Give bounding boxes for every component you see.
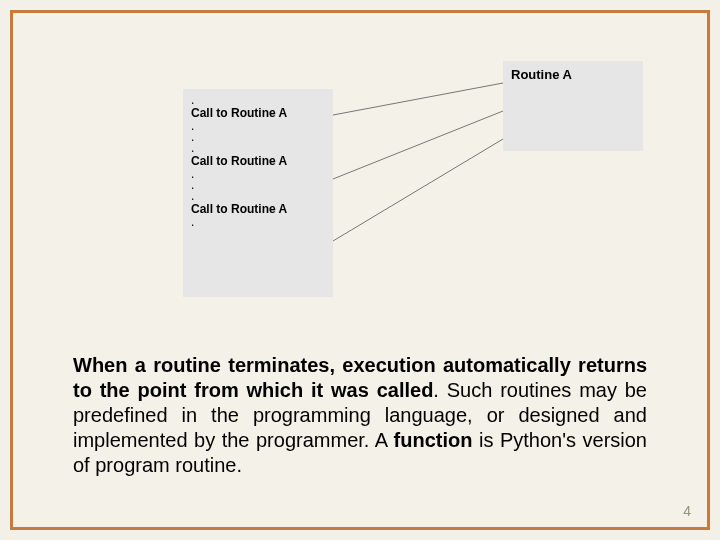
svg-line-0 [333,83,503,115]
routine-diagram: Routine A . Call to Routine A . . . Call… [183,61,643,301]
call-arrows [183,61,643,301]
page-number: 4 [683,503,691,519]
svg-line-1 [333,111,503,179]
slide-frame: Routine A . Call to Routine A . . . Call… [10,10,710,530]
function-word: function [394,429,473,451]
svg-line-2 [333,139,503,241]
body-paragraph: When a routine terminates, execution aut… [73,353,647,478]
